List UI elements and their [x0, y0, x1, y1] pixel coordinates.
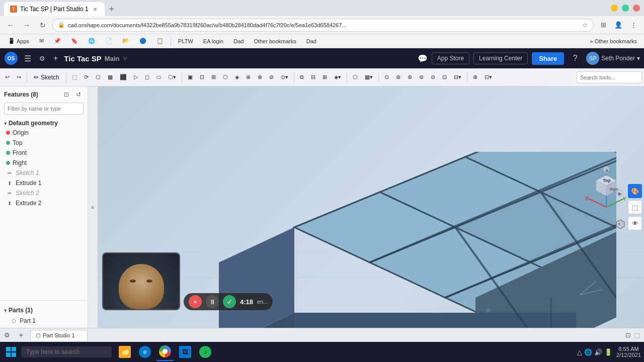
share-button[interactable]: Share [532, 52, 564, 65]
tree-item-extrude2[interactable]: ⬆ Extrude 2 [0, 198, 88, 208]
network-icon[interactable]: 🌐 [584, 348, 592, 356]
cube-icon[interactable]: ▾ [614, 218, 626, 230]
help-button[interactable]: ? [568, 51, 582, 65]
bookmark-item-2[interactable]: 🔖 [67, 37, 82, 45]
reload-button[interactable]: ↻ [36, 19, 49, 32]
feature-list-icon[interactable]: ⊡ [61, 89, 71, 100]
toolbar-btn-19[interactable]: ⧉ [297, 72, 307, 82]
bookmark-item-4[interactable]: 📄 [101, 37, 116, 45]
tree-item-extrude1[interactable]: ⬆ Extrude 1 [0, 178, 88, 188]
toolbar-btn-3[interactable]: ⬡ [93, 72, 104, 82]
tree-item-sketch1[interactable]: ✏ Sketch 1 [0, 168, 88, 178]
panel-toggle-button[interactable]: ≡ [88, 86, 98, 328]
toolbar-btn-31[interactable]: ⊟▾ [451, 72, 464, 82]
tree-item-sketch2[interactable]: ✏ Sketch 2 [0, 188, 88, 198]
appstore-button[interactable]: App Store [432, 52, 469, 64]
tree-item-origin[interactable]: Origin [0, 128, 88, 138]
windows-start-button[interactable] [3, 344, 19, 360]
color-palette-button[interactable]: 🎨 [628, 184, 642, 198]
minimize-button[interactable] [611, 5, 618, 12]
bottom-icon-2[interactable]: ⬚ [634, 331, 640, 339]
toolbar-btn-5[interactable]: ⬛ [117, 72, 130, 82]
toolbar-btn-11[interactable]: ⊡ [197, 72, 207, 82]
feature-refresh-icon[interactable]: ↺ [73, 89, 84, 100]
toolbar-btn-33[interactable]: ⊡▾ [481, 72, 495, 82]
bookmark-dad[interactable]: Dad [302, 37, 320, 45]
toolbar-btn-16[interactable]: ⊕ [255, 72, 265, 82]
toolbar-btn-23[interactable]: ⬡ [350, 72, 361, 82]
bookmark-item-5[interactable]: 📂 [118, 37, 133, 45]
redo-button[interactable]: ↪ [14, 72, 24, 82]
back-button[interactable]: ← [4, 19, 17, 32]
toolbar-btn-24[interactable]: ▦▾ [362, 72, 376, 82]
address-bar[interactable]: 🔒 cad.onshape.com/documents/f4322be855a9… [52, 19, 594, 32]
toolbar-btn-28[interactable]: ⊜ [416, 72, 427, 82]
undo-button[interactable]: ↩ [2, 72, 13, 82]
search-tools-input[interactable] [577, 71, 642, 83]
new-tab-button[interactable]: + [105, 2, 119, 16]
parts-group-header[interactable]: ▾ Parts (1) [0, 305, 88, 316]
toolbar-btn-4[interactable]: ▦ [105, 72, 116, 82]
branch-icon[interactable]: ⑂ [123, 55, 127, 62]
bookmark-ea[interactable]: Other bookmarks [250, 37, 300, 45]
taskbar-chrome-button[interactable] [156, 343, 174, 361]
bookmark-a5[interactable]: EA login [199, 37, 227, 45]
bookmark-item-7[interactable]: 📋 [152, 37, 168, 45]
feature-filter-input[interactable] [4, 103, 84, 115]
toolbar-btn-32[interactable]: ⊕ [470, 72, 480, 82]
bookmark-item-6[interactable]: 🔵 [135, 37, 150, 45]
taskbar-edge-button[interactable]: e [136, 343, 154, 361]
toolbar-btn-27[interactable]: ⊛ [405, 72, 415, 82]
user-profile-button[interactable]: 👤 [612, 19, 625, 32]
bookmark-pltw[interactable]: Dad [229, 37, 248, 45]
chat-button[interactable]: 💬 [418, 54, 428, 63]
toolbar-btn-15[interactable]: ⊗ [243, 72, 254, 82]
tab-close-button[interactable]: ✕ [92, 6, 99, 13]
toolbar-btn-7[interactable]: ◻ [142, 72, 152, 82]
bookmark-notre-dame[interactable]: PLTW [174, 37, 197, 45]
bookmark-star-icon[interactable]: ☆ [582, 21, 588, 29]
media-close-button[interactable]: × [189, 295, 202, 308]
forward-button[interactable]: → [20, 19, 33, 32]
maximize-button[interactable] [622, 5, 629, 12]
toolbar-btn-17[interactable]: ⊘ [266, 72, 277, 82]
toolbar-btn-25[interactable]: ⊙ [381, 72, 392, 82]
taskbar-clock[interactable]: 8:55 AM 2/12/2021 [616, 346, 641, 358]
hamburger-menu-button[interactable]: ☰ [22, 52, 33, 65]
taskbar-photos-button[interactable]: 🖼 [176, 343, 194, 361]
toolbar-btn-6[interactable]: ▷ [131, 72, 141, 82]
extensions-button[interactable]: ⊞ [597, 19, 610, 32]
toolbar-btn-26[interactable]: ⊚ [393, 72, 404, 82]
view-button[interactable]: 👁 [628, 216, 642, 230]
taskbar-explorer-button[interactable]: 📁 [116, 343, 134, 361]
tree-item-top[interactable]: Top [0, 138, 88, 148]
bookmark-item-3[interactable]: 🌐 [84, 37, 99, 45]
part-item-1[interactable]: ⬡ Part 1 [0, 316, 88, 326]
toolbar-btn-29[interactable]: ⊝ [428, 72, 438, 82]
active-tab[interactable]: T Tic Tac SP | Part Studio 1 ✕ [4, 2, 105, 16]
navigation-cube[interactable]: Z X Y Top Right [584, 164, 629, 220]
toolbar-btn-12[interactable]: ⊞ [208, 72, 219, 82]
default-geometry-group[interactable]: ▾ Default geometry [0, 118, 88, 128]
learning-center-button[interactable]: Learning Center [473, 52, 528, 64]
sketch-button[interactable]: ✏ Sketch [30, 72, 63, 82]
tree-item-front[interactable]: Front [0, 148, 88, 158]
media-pause-button[interactable]: ⏸ [206, 295, 219, 308]
toolbar-btn-9[interactable]: ⬡▾ [165, 72, 179, 82]
toolbar-btn-1[interactable]: ⬚ [69, 72, 80, 82]
tree-item-right[interactable]: Right [0, 158, 88, 168]
user-menu[interactable]: SP Seth Ponder ▾ [586, 52, 640, 65]
bookmark-apps[interactable]: 📱 Apps [4, 37, 33, 45]
media-check-button[interactable]: ✓ [223, 295, 236, 308]
volume-icon[interactable]: 🔊 [594, 348, 602, 356]
toolbar-btn-8[interactable]: ⬭ [153, 72, 164, 82]
settings-gear-icon[interactable]: ⚙ [4, 331, 10, 339]
toolbar-btn-14[interactable]: ◈ [232, 72, 242, 82]
toolbar-btn-21[interactable]: ⊞ [319, 72, 330, 82]
3d-viewport[interactable]: Z X Y Top Right [98, 86, 644, 328]
taskbar-search-input[interactable] [21, 346, 112, 357]
toolbar-btn-22[interactable]: ◈▾ [331, 72, 344, 82]
toolbar-btn-30[interactable]: ⊡ [439, 72, 450, 82]
display-button[interactable]: ⬚ [628, 200, 642, 214]
battery-icon[interactable]: 🔋 [604, 348, 612, 356]
